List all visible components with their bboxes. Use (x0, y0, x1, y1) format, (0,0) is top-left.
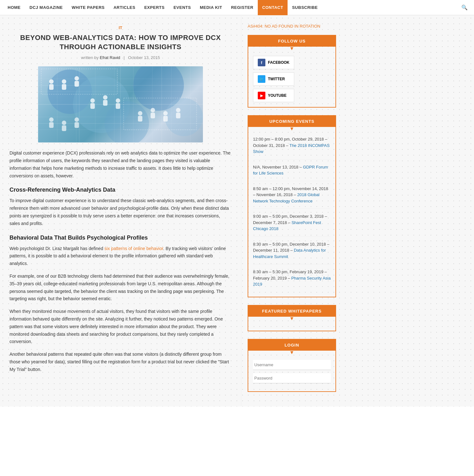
event-item-1: 12:00 pm – 8:00 pm, October 29, 2018 – O… (253, 136, 331, 160)
article-meta: written by Efrat Ravid | October 13, 201… (10, 55, 231, 60)
login-arrow: ▼ (248, 350, 335, 355)
svg-point-35 (75, 117, 79, 122)
article-date: October 13, 2015 (128, 55, 160, 60)
facebook-label: FACEBOOK (268, 60, 289, 65)
follow-us-title: FOLLOW US (248, 36, 335, 47)
article-paragraph-1: Digital customer experience (DCX) profes… (10, 149, 231, 180)
youtube-button[interactable]: ▶ YOUTUBE (253, 89, 294, 102)
username-input[interactable] (253, 360, 331, 370)
svg-point-3 (165, 98, 203, 136)
upcoming-events-title: UPCOMING EVENTS (248, 116, 335, 127)
main-navigation: HOME DCJ MAGAZINE WHITE PAPERS ARTICLES … (0, 0, 474, 15)
svg-point-1 (73, 76, 130, 133)
featured-whitepapers-section: FEATURED WHITEPAPERS ▼ (248, 305, 336, 331)
article-paragraph-6: Another behavioral patterns that repeate… (10, 351, 231, 373)
author-link[interactable]: Efrat Ravid (100, 55, 120, 60)
upcoming-events-content: 12:00 pm – 8:00 pm, October 29, 2018 – O… (248, 131, 335, 297)
svg-rect-16 (75, 81, 79, 87)
svg-point-27 (163, 111, 168, 116)
svg-point-2 (133, 66, 184, 111)
nav-events[interactable]: EVENTS (169, 0, 195, 15)
svg-point-21 (116, 98, 120, 103)
event-item-6: 8:30 am – 5:30 pm, February 19, 2019 – F… (253, 269, 331, 292)
facebook-icon: f (258, 59, 265, 66)
svg-rect-38 (124, 98, 197, 130)
svg-rect-37 (41, 69, 117, 94)
svg-point-4 (105, 101, 149, 142)
svg-rect-36 (75, 122, 79, 128)
follow-us-section: FOLLOW US ▼ f FACEBOOK 🐦 TWITTER ▶ (248, 35, 336, 108)
ad-link[interactable]: AS#404: NO AD FOUND IN ROTATION (248, 24, 320, 29)
svg-point-0 (48, 69, 92, 114)
svg-point-23 (138, 111, 142, 116)
nav-subscribe[interactable]: SUBSCRIBE (288, 0, 322, 15)
event-item-2: N/A, November 13, 2018 – GDPR Forum for … (253, 164, 331, 181)
event-item-5: 8:30 am – 5:00 pm, December 10, 2018 – D… (253, 241, 331, 265)
search-icon[interactable]: 🔍 (458, 4, 471, 10)
svg-point-29 (176, 108, 180, 112)
svg-point-19 (103, 95, 107, 100)
nav-white-papers[interactable]: WHITE PAPERS (67, 0, 109, 15)
nav-articles[interactable]: ARTICLES (109, 0, 140, 15)
article-paragraph-2: To improve digital customer experience i… (10, 197, 231, 227)
article-category: IT (10, 25, 231, 30)
login-title: LOGIN (248, 340, 335, 351)
event-item-3: 8:50 am – 12:00 pm, November 14, 2018 – … (253, 186, 331, 209)
article-heading-2: Behavioral Data That Builds Psychologica… (10, 235, 231, 241)
follow-us-content: f FACEBOOK 🐦 TWITTER ▶ YOUTUBE (248, 51, 335, 107)
event-2-date: N/A, November 13, 2018 – (253, 165, 302, 169)
italic-conversions: conversions (10, 173, 33, 178)
svg-point-15 (75, 76, 79, 81)
article-paragraph-5: When they monitored mouse movements of a… (10, 308, 231, 346)
article-body: Digital customer experience (DCX) profes… (10, 149, 231, 373)
twitter-icon: 🐦 (258, 75, 265, 83)
svg-point-33 (62, 121, 66, 125)
nav-register[interactable]: REGISTER (227, 0, 258, 15)
svg-point-31 (49, 117, 54, 122)
twitter-button[interactable]: 🐦 TWITTER (253, 72, 294, 86)
featured-whitepapers-arrow: ▼ (248, 316, 335, 321)
login-content (248, 355, 335, 391)
youtube-label: YOUTUBE (268, 93, 287, 98)
svg-point-11 (49, 79, 54, 84)
password-input[interactable] (253, 373, 331, 383)
main-article-area: IT BEYOND WEB-ANALYTICS DATA: HOW TO IMP… (0, 16, 241, 406)
svg-rect-14 (62, 84, 66, 90)
svg-rect-30 (176, 113, 180, 118)
event-item-4: 9:00 am – 5:00 pm, December 3, 2018 – De… (253, 213, 331, 237)
follow-grid: f FACEBOOK 🐦 TWITTER ▶ YOUTUBE (253, 56, 331, 102)
ad-notice: AS#404: NO AD FOUND IN ROTATION (248, 22, 336, 29)
svg-rect-18 (90, 103, 95, 109)
nav-experts[interactable]: EXPERTS (140, 0, 169, 15)
svg-rect-26 (151, 113, 155, 118)
facebook-button[interactable]: f FACEBOOK (253, 56, 294, 69)
svg-rect-34 (62, 125, 66, 131)
nav-media-kit[interactable]: MEDIA KIT (195, 0, 226, 15)
article-hero-image (38, 66, 203, 142)
svg-rect-20 (103, 100, 107, 106)
featured-whitepapers-content (248, 321, 335, 331)
svg-rect-22 (116, 103, 120, 109)
svg-point-25 (151, 108, 155, 112)
svg-point-17 (90, 98, 95, 103)
upcoming-events-arrow: ▼ (248, 126, 335, 131)
upcoming-events-section: UPCOMING EVENTS ▼ 12:00 pm – 8:00 pm, Oc… (248, 115, 336, 297)
svg-rect-28 (163, 116, 168, 122)
svg-point-13 (62, 79, 66, 84)
nav-contact[interactable]: CONTACT (258, 0, 288, 15)
featured-whitepapers-title: FEATURED WHITEPAPERS (248, 306, 335, 317)
article-paragraph-4: For example, one of our B2B technology c… (10, 273, 231, 303)
svg-rect-24 (138, 116, 142, 122)
svg-rect-32 (49, 122, 54, 128)
written-by-label: written by (81, 55, 99, 60)
nav-dcj-magazine[interactable]: DCJ MAGAZINE (25, 0, 67, 15)
article-paragraph-3: Web psychologist Dr. Liraz Margalit has … (10, 245, 231, 268)
article-title: BEYOND WEB-ANALYTICS DATA: HOW TO IMPROV… (10, 33, 231, 51)
sidebar: AS#404: NO AD FOUND IN ROTATION FOLLOW U… (241, 16, 342, 406)
six-patterns-link[interactable]: six patterns of online behavior (104, 246, 163, 251)
login-section: LOGIN ▼ (248, 339, 336, 392)
follow-us-arrow: ▼ (248, 46, 335, 51)
article-heading-1: Cross-Referencing Web-Analytics Data (10, 187, 231, 193)
svg-rect-12 (49, 84, 54, 90)
nav-home[interactable]: HOME (3, 0, 25, 15)
